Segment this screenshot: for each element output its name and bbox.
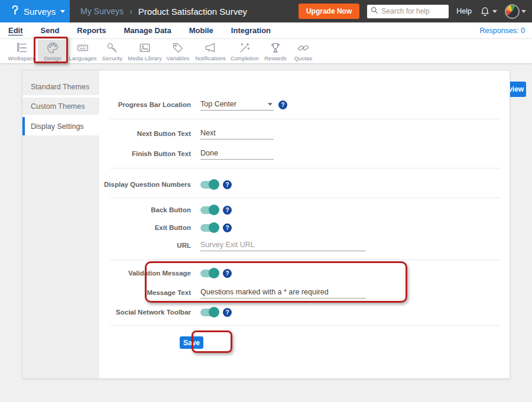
finish-button-text-input[interactable] (200, 148, 274, 160)
toolbar-item-media-library[interactable]: Media Library (126, 40, 163, 63)
message-text-row: Message Text (99, 286, 511, 300)
toolbar-item-completion[interactable]: Completion (228, 40, 261, 63)
exit-url-label: URL (99, 242, 191, 249)
bell-icon (479, 6, 491, 17)
nav-item-manage-data[interactable]: Manage Data (124, 26, 171, 35)
toolbar-item-security[interactable]: Security (98, 40, 126, 63)
search-icon (371, 6, 378, 17)
progress-bar-location-label: Progress Bar Location (99, 101, 191, 108)
social-network-toolbar-toggle[interactable] (200, 309, 218, 316)
back-button-row: Back Button (99, 203, 511, 217)
help-icon[interactable] (278, 100, 287, 109)
variables-icon (171, 41, 185, 54)
chevron-down-icon (492, 10, 497, 13)
save-button[interactable]: Save (180, 336, 203, 349)
header-actions: Upgrade Now Help (299, 4, 532, 19)
section-divider (110, 197, 500, 198)
progress-bar-location-select[interactable]: Top Center (200, 99, 274, 111)
toolbar-item-quotas[interactable]: Quotas (290, 40, 317, 63)
workspace-icon (15, 41, 29, 54)
sidebar-item-display-settings[interactable]: Display Settings (22, 117, 99, 135)
display-settings-form: Progress Bar Location Top Center Next Bu… (99, 70, 511, 378)
finish-button-text-row: Finish Button Text (99, 147, 511, 161)
help-icon[interactable] (223, 269, 232, 278)
section-divider (110, 260, 500, 260)
help-search-box[interactable] (367, 5, 449, 18)
next-button-text-label: Next Button Text (99, 130, 191, 137)
display-question-numbers-label: Display Question Numbers (99, 181, 191, 188)
validation-message-toggle[interactable] (200, 270, 218, 277)
nav-item-mobile[interactable]: Mobile (189, 26, 213, 35)
security-icon (105, 41, 119, 54)
chevron-down-icon (268, 103, 273, 106)
rewards-icon (268, 41, 283, 54)
help-icon[interactable] (223, 308, 232, 317)
section-divider (110, 168, 500, 168)
breadcrumb-parent[interactable]: My Surveys (80, 7, 124, 16)
notifications-bell-menu[interactable] (479, 6, 497, 17)
brand-menu[interactable]: Surveys (0, 0, 70, 22)
exit-url-row: URL (99, 238, 511, 252)
help-icon[interactable] (223, 206, 232, 215)
toolbar-item-variables[interactable]: Variables (163, 40, 193, 63)
help-icon[interactable] (223, 180, 232, 189)
avatar (505, 4, 520, 19)
section-divider (110, 325, 500, 326)
completion-icon (238, 41, 252, 54)
toolbar-item-workspace[interactable]: Workspace (6, 40, 38, 63)
exit-url-input[interactable] (200, 239, 366, 251)
chevron-down-icon (60, 10, 65, 13)
display-question-numbers-row: Display Question Numbers (99, 177, 511, 192)
back-button-label: Back Button (99, 206, 191, 213)
themes-sidebar: Standard Themes Custom Themes Display Se… (22, 70, 99, 378)
back-button-toggle[interactable] (200, 206, 218, 214)
help-link[interactable]: Help (456, 7, 472, 15)
section-divider (110, 119, 500, 119)
help-icon[interactable] (223, 223, 232, 232)
nav-item-integration[interactable]: Integration (231, 26, 271, 35)
page-title: Product Satisfaction Survey (138, 7, 247, 17)
nav-links: Edit Send Reports Manage Data Mobile Int… (0, 26, 271, 35)
nav-item-edit[interactable]: Edit (8, 26, 23, 35)
questionpro-design-settings-screen: Surveys My Surveys › Product Satisfactio… (0, 0, 532, 402)
media-library-icon (138, 41, 152, 54)
toolbar-item-notifications[interactable]: Notifications (193, 40, 228, 63)
notifications-icon (203, 41, 218, 54)
progress-bar-location-row: Progress Bar Location Top Center (99, 98, 511, 112)
brand-label: Surveys (24, 7, 56, 17)
exit-button-toggle[interactable] (200, 224, 218, 232)
display-question-numbers-toggle[interactable] (200, 181, 218, 189)
toolbar-item-design[interactable]: Design (38, 40, 67, 63)
sidebar-item-custom-themes[interactable]: Custom Themes (22, 98, 99, 115)
validation-message-label: Validation Message (99, 270, 191, 277)
message-text-label: Message Text (99, 289, 191, 296)
design-icon (46, 41, 60, 54)
toolbar-item-rewards[interactable]: Rewards (261, 40, 290, 63)
edit-toolbar: Workspace Design Languages Security (0, 39, 532, 64)
social-network-toolbar-label: Social Network Toolbar (99, 309, 191, 316)
exit-button-row: Exit Button (99, 221, 511, 235)
validation-message-row: Validation Message (99, 266, 511, 280)
search-input[interactable] (381, 7, 445, 15)
top-header: Surveys My Surveys › Product Satisfactio… (0, 0, 532, 22)
account-menu[interactable] (505, 4, 526, 19)
survey-nav-bar: Edit Send Reports Manage Data Mobile Int… (0, 22, 532, 39)
message-text-input[interactable] (200, 287, 366, 299)
quotas-icon (296, 41, 310, 54)
responses-count[interactable]: Responses: 0 (480, 27, 532, 35)
questionpro-logo-icon (7, 4, 19, 19)
upgrade-now-button[interactable]: Upgrade Now (299, 4, 359, 19)
next-button-text-row: Next Button Text (99, 127, 511, 141)
languages-icon (76, 41, 90, 54)
breadcrumb-separator-icon: › (129, 7, 132, 16)
next-button-text-input[interactable] (200, 128, 274, 140)
nav-item-reports[interactable]: Reports (77, 26, 106, 35)
exit-button-label: Exit Button (99, 224, 191, 231)
breadcrumb: My Surveys › Product Satisfaction Survey (80, 7, 247, 17)
chevron-down-icon (521, 10, 526, 13)
finish-button-text-label: Finish Button Text (99, 150, 191, 157)
sidebar-item-standard-themes[interactable]: Standard Themes (22, 78, 99, 95)
display-settings-panel: Standard Themes Custom Themes Display Se… (22, 70, 510, 379)
toolbar-item-languages[interactable]: Languages (67, 40, 98, 63)
nav-item-send[interactable]: Send (41, 26, 60, 35)
